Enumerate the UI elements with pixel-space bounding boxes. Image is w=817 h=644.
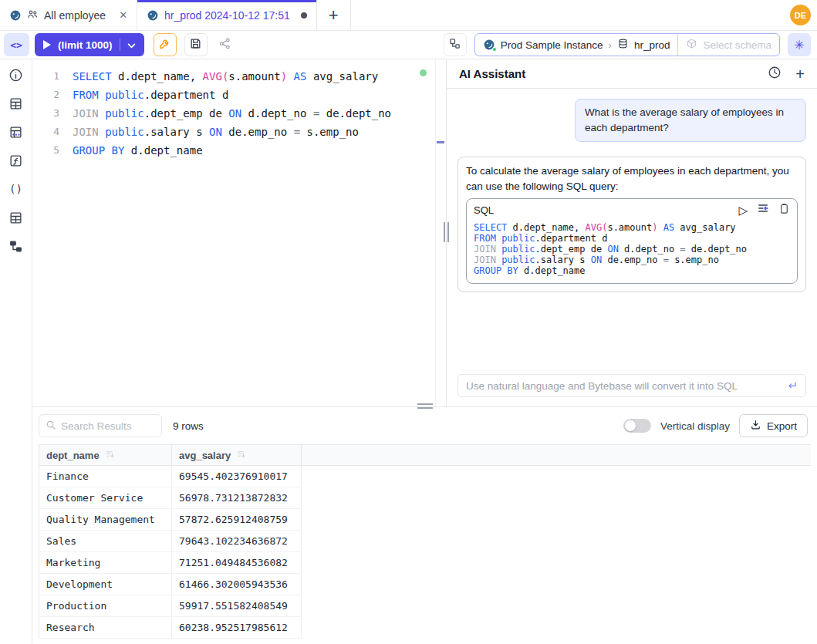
postgres-icon (9, 9, 22, 22)
new-tab-button[interactable]: + (317, 0, 351, 30)
database-icon (617, 38, 629, 52)
dept-name-cell[interactable]: Sales (39, 531, 172, 552)
avg-salary-cell[interactable]: 60238.952517985612 (172, 617, 302, 639)
layout-icon (448, 37, 461, 52)
workspace: 1SELECT d.dept_name, AVG(s.amount) AS av… (32, 59, 817, 406)
table-row[interactable]: Quality Management57872.625912408759 (39, 509, 811, 531)
status-dot (492, 47, 497, 52)
openai-icon: ✳ (794, 38, 804, 52)
panel-resize-divider[interactable] (446, 59, 447, 406)
ai-prompt-input[interactable] (466, 380, 788, 392)
line-number: 2 (32, 86, 73, 104)
dept-name-cell[interactable]: Development (39, 574, 172, 595)
table-row[interactable]: Development61466.302005943536 (39, 574, 811, 595)
code-block-label: SQL (474, 203, 494, 218)
avg-salary-cell[interactable]: 71251.049484536082 (172, 552, 302, 574)
column-header-dept-name[interactable]: dept_name (39, 445, 172, 465)
schema-diagram-icon[interactable] (8, 238, 25, 255)
search-results-input[interactable] (61, 420, 155, 432)
line-number: 4 (32, 123, 73, 141)
line-number: 5 (32, 141, 73, 160)
database-name: hr_prod (634, 39, 670, 51)
function-icon[interactable] (8, 152, 25, 169)
tables-data-icon[interactable] (8, 123, 25, 140)
group-icon (27, 8, 39, 22)
cube-icon (686, 38, 697, 52)
parentheses-icon[interactable]: () (8, 180, 25, 197)
sort-icon[interactable] (105, 449, 115, 461)
horizontal-drag-handle-icon[interactable] (417, 403, 433, 409)
share-button[interactable] (214, 33, 237, 56)
tab-hr-prod[interactable]: hr_prod 2024-10-12 17:51 (137, 0, 317, 30)
dept-name-cell[interactable]: Customer Service (39, 487, 172, 509)
results-table: dept_name avg_salary (39, 444, 811, 639)
tab-bar: All employee ✕ hr_prod 2024-10-12 17:51 … (0, 0, 817, 31)
ai-chat-area: What is the average salary of employees … (447, 89, 817, 374)
new-chat-icon[interactable]: + (795, 66, 805, 82)
table-row[interactable]: Production59917.551582408549 (39, 595, 811, 617)
avg-salary-cell[interactable]: 59917.551582408549 (172, 595, 302, 617)
tab-all-employee[interactable]: All employee ✕ (0, 0, 137, 30)
format-sql-button[interactable] (154, 33, 177, 56)
export-label: Export (767, 420, 797, 432)
column-header-avg-salary[interactable]: avg_salary (172, 445, 302, 465)
enter-icon[interactable]: ↵ (788, 379, 798, 393)
wrench-icon (158, 37, 171, 52)
tab-label: hr_prod 2024-10-12 17:51 (164, 9, 290, 22)
run-snippet-icon[interactable]: ▷ (738, 203, 748, 218)
code-line: JOIN public.salary s ON de.emp_no = s.em… (474, 255, 790, 265)
schema-placeholder: Select schema (703, 39, 771, 51)
instance-database-selector[interactable]: Prod Sample Instance › hr_prod (475, 34, 678, 56)
avg-salary-cell[interactable]: 79643.102234636872 (172, 531, 302, 552)
avatar[interactable]: DE (790, 5, 811, 25)
insert-snippet-icon[interactable] (757, 202, 769, 219)
ai-assistant-button[interactable]: ✳ (788, 33, 811, 56)
avg-salary-cell[interactable]: 69545.402376910017 (172, 466, 302, 487)
table-row[interactable]: Customer Service56978.731213872832 (39, 487, 811, 509)
sql-editor-lines: 1SELECT d.dept_name, AVG(s.amount) AS av… (32, 67, 446, 160)
avg-salary-cell[interactable]: 56978.731213872832 (172, 487, 302, 509)
export-button[interactable]: Export (739, 414, 808, 437)
tab-label: All employee (44, 9, 106, 22)
scrollbar-mark (437, 141, 444, 143)
dept-name-cell[interactable]: Production (39, 595, 172, 617)
dept-name-cell[interactable]: Research (39, 617, 172, 639)
connection-health-dot (420, 69, 427, 76)
sql-editor[interactable]: 1SELECT d.dept_name, AVG(s.amount) AS av… (32, 59, 446, 406)
avg-salary-cell[interactable]: 57872.625912408759 (172, 509, 302, 531)
close-icon[interactable]: ✕ (119, 9, 127, 21)
code-line: 1SELECT d.dept_name, AVG(s.amount) AS av… (32, 67, 446, 86)
external-tables-icon[interactable] (8, 209, 25, 226)
info-icon[interactable] (8, 66, 25, 83)
sql-editor-toggle-button[interactable]: <> (4, 33, 29, 56)
save-sheet-button[interactable] (184, 33, 208, 56)
table-row[interactable]: Sales79643.102234636872 (39, 531, 811, 552)
layout-toggle-button[interactable] (444, 33, 467, 56)
unsaved-indicator (301, 12, 307, 19)
table-row[interactable]: Finance69545.402376910017 (39, 466, 811, 487)
ai-assistant-header: AI Assistant + (447, 59, 817, 89)
breadcrumb-separator: › (609, 39, 612, 51)
vertical-display-label: Vertical display (660, 420, 730, 432)
sort-icon[interactable] (236, 449, 246, 461)
table-row[interactable]: Marketing71251.049484536082 (39, 552, 811, 574)
ai-input-box: ↵ (457, 374, 806, 397)
tables-icon[interactable] (8, 95, 25, 112)
right-column: 1SELECT d.dept_name, AVG(s.amount) AS av… (32, 59, 817, 644)
dept-name-cell[interactable]: Finance (39, 466, 172, 487)
copy-icon[interactable] (778, 203, 790, 219)
drag-handle-icon[interactable] (444, 222, 449, 242)
code-line: 2FROM public.department d (32, 86, 446, 104)
avg-salary-cell[interactable]: 61466.302005943536 (172, 574, 302, 595)
dept-name-cell[interactable]: Marketing (39, 552, 172, 574)
assistant-message: To calculate the average salary of emplo… (457, 157, 806, 292)
code-line: FROM public.department d (474, 233, 790, 244)
vertical-display-toggle[interactable] (623, 419, 651, 433)
row-count: 9 rows (173, 420, 204, 432)
dept-name-cell[interactable]: Quality Management (39, 509, 172, 531)
results-panel: 9 rows Vertical display Export (32, 406, 817, 644)
schema-selector[interactable]: Select schema (677, 34, 779, 56)
run-query-button[interactable]: (limit 1000) (35, 33, 144, 56)
table-row[interactable]: Research60238.952517985612 (39, 617, 811, 639)
history-icon[interactable] (768, 66, 782, 82)
